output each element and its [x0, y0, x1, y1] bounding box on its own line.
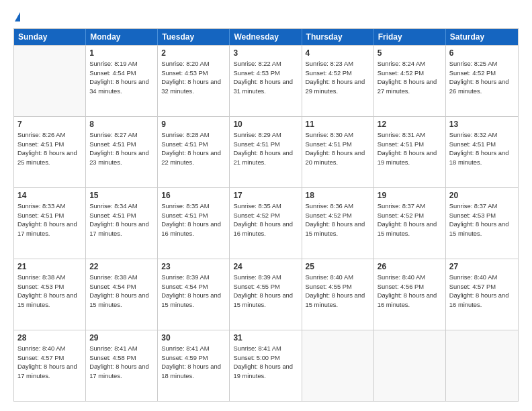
day-number: 17: [233, 191, 298, 200]
sunset-text: Sunset: 4:58 PM: [89, 353, 154, 363]
cal-cell-23: 23Sunrise: 8:39 AMSunset: 4:54 PMDayligh…: [158, 259, 230, 330]
cal-cell-9: 9Sunrise: 8:28 AMSunset: 4:51 PMDaylight…: [158, 117, 230, 187]
sunrise-text: Sunrise: 8:36 AM: [306, 201, 370, 211]
daylight-text: Daylight: 8 hours and 21 minutes.: [233, 148, 298, 167]
sunrise-text: Sunrise: 8:25 AM: [449, 59, 515, 68]
day-number: 2: [161, 48, 226, 58]
day-number: 15: [89, 191, 154, 200]
cal-header-monday: Monday: [86, 29, 158, 45]
daylight-text: Daylight: 8 hours and 15 minutes.: [449, 220, 515, 238]
day-number: 27: [449, 262, 515, 271]
day-number: 25: [306, 262, 370, 271]
sunrise-text: Sunrise: 8:41 AM: [233, 344, 298, 353]
sunset-text: Sunset: 4:54 PM: [89, 282, 154, 291]
daylight-text: Daylight: 8 hours and 15 minutes.: [306, 220, 370, 238]
cal-cell-11: 11Sunrise: 8:30 AMSunset: 4:51 PMDayligh…: [302, 117, 374, 187]
cal-cell-13: 13Sunrise: 8:32 AMSunset: 4:51 PMDayligh…: [446, 117, 518, 187]
cal-cell-24: 24Sunrise: 8:39 AMSunset: 4:55 PMDayligh…: [230, 259, 302, 330]
daylight-text: Daylight: 8 hours and 34 minutes.: [89, 77, 154, 95]
sunrise-text: Sunrise: 8:31 AM: [378, 130, 442, 140]
sunrise-text: Sunrise: 8:39 AM: [233, 273, 298, 282]
sunset-text: Sunset: 4:55 PM: [233, 282, 298, 291]
daylight-text: Daylight: 8 hours and 15 minutes.: [17, 291, 82, 309]
calendar-week-4: 21Sunrise: 8:38 AMSunset: 4:53 PMDayligh…: [14, 259, 518, 330]
day-number: 11: [306, 120, 370, 129]
sunrise-text: Sunrise: 8:26 AM: [17, 130, 82, 140]
day-number: 14: [17, 191, 82, 200]
cal-cell-16: 16Sunrise: 8:35 AMSunset: 4:51 PMDayligh…: [158, 188, 230, 259]
cal-cell-18: 18Sunrise: 8:36 AMSunset: 4:52 PMDayligh…: [302, 188, 374, 259]
sunset-text: Sunset: 4:52 PM: [378, 211, 442, 220]
daylight-text: Daylight: 8 hours and 25 minutes.: [17, 148, 82, 167]
sunrise-text: Sunrise: 8:29 AM: [233, 130, 298, 140]
daylight-text: Daylight: 8 hours and 15 minutes.: [161, 291, 226, 309]
sunrise-text: Sunrise: 8:40 AM: [306, 273, 370, 282]
sunset-text: Sunset: 4:51 PM: [89, 211, 154, 220]
sunset-text: Sunset: 4:51 PM: [89, 140, 154, 149]
sunrise-text: Sunrise: 8:38 AM: [89, 273, 154, 282]
daylight-text: Daylight: 8 hours and 20 minutes.: [306, 148, 370, 167]
cal-header-tuesday: Tuesday: [158, 29, 230, 45]
daylight-text: Daylight: 8 hours and 15 minutes.: [89, 291, 154, 309]
cal-cell-1: 1Sunrise: 8:19 AMSunset: 4:54 PMDaylight…: [86, 46, 158, 116]
cal-cell-7: 7Sunrise: 8:26 AMSunset: 4:51 PMDaylight…: [14, 117, 86, 187]
cal-cell-22: 22Sunrise: 8:38 AMSunset: 4:54 PMDayligh…: [86, 259, 158, 330]
day-number: 12: [378, 120, 442, 129]
sunset-text: Sunset: 4:51 PM: [449, 140, 515, 149]
daylight-text: Daylight: 8 hours and 16 minutes.: [449, 291, 515, 309]
sunrise-text: Sunrise: 8:40 AM: [17, 344, 82, 353]
day-number: 8: [89, 120, 154, 129]
cal-cell-6: 6Sunrise: 8:25 AMSunset: 4:52 PMDaylight…: [446, 46, 518, 116]
sunrise-text: Sunrise: 8:28 AM: [161, 130, 226, 140]
cal-header-thursday: Thursday: [302, 29, 374, 45]
sunrise-text: Sunrise: 8:32 AM: [449, 130, 515, 140]
day-number: 22: [89, 262, 154, 271]
calendar-week-2: 7Sunrise: 8:26 AMSunset: 4:51 PMDaylight…: [14, 116, 518, 187]
sunset-text: Sunset: 4:51 PM: [17, 140, 82, 149]
daylight-text: Daylight: 8 hours and 15 minutes.: [233, 291, 298, 309]
sunset-text: Sunset: 4:54 PM: [89, 68, 154, 78]
cal-cell-empty-6: [446, 330, 518, 401]
day-number: 4: [306, 48, 370, 58]
day-number: 21: [17, 262, 82, 271]
sunset-text: Sunset: 4:51 PM: [306, 140, 370, 149]
cal-cell-21: 21Sunrise: 8:38 AMSunset: 4:53 PMDayligh…: [14, 259, 86, 330]
sunrise-text: Sunrise: 8:40 AM: [449, 273, 515, 282]
daylight-text: Daylight: 8 hours and 17 minutes.: [89, 362, 154, 380]
calendar: SundayMondayTuesdayWednesdayThursdayFrid…: [13, 28, 519, 402]
sunset-text: Sunset: 4:53 PM: [161, 68, 226, 78]
cal-cell-17: 17Sunrise: 8:35 AMSunset: 4:52 PMDayligh…: [230, 188, 302, 259]
daylight-text: Daylight: 8 hours and 16 minutes.: [161, 220, 226, 238]
day-number: 28: [17, 333, 82, 342]
daylight-text: Daylight: 8 hours and 18 minutes.: [449, 148, 515, 167]
sunset-text: Sunset: 4:53 PM: [233, 68, 298, 78]
day-number: 29: [89, 333, 154, 342]
sunrise-text: Sunrise: 8:41 AM: [89, 344, 154, 353]
daylight-text: Daylight: 8 hours and 15 minutes.: [306, 291, 370, 309]
day-number: 23: [161, 262, 226, 271]
cal-cell-empty-0: [14, 46, 86, 116]
cal-cell-31: 31Sunrise: 8:41 AMSunset: 5:00 PMDayligh…: [230, 330, 302, 401]
sunrise-text: Sunrise: 8:35 AM: [161, 201, 226, 211]
sunrise-text: Sunrise: 8:33 AM: [17, 201, 82, 211]
sunset-text: Sunset: 4:52 PM: [306, 68, 370, 78]
sunrise-text: Sunrise: 8:40 AM: [378, 273, 442, 282]
daylight-text: Daylight: 8 hours and 15 minutes.: [378, 220, 442, 238]
day-number: 30: [161, 333, 226, 342]
calendar-header-row: SundayMondayTuesdayWednesdayThursdayFrid…: [14, 29, 518, 45]
day-number: 10: [233, 120, 298, 129]
cal-header-sunday: Sunday: [14, 29, 86, 45]
day-number: 3: [233, 48, 298, 58]
daylight-text: Daylight: 8 hours and 22 minutes.: [161, 148, 226, 167]
daylight-text: Daylight: 8 hours and 17 minutes.: [17, 220, 82, 238]
daylight-text: Daylight: 8 hours and 16 minutes.: [378, 291, 442, 309]
cal-cell-29: 29Sunrise: 8:41 AMSunset: 4:58 PMDayligh…: [86, 330, 158, 401]
logo: [13, 12, 20, 21]
cal-header-wednesday: Wednesday: [230, 29, 302, 45]
header: [13, 12, 519, 21]
day-number: 31: [233, 333, 298, 342]
cal-cell-27: 27Sunrise: 8:40 AMSunset: 4:57 PMDayligh…: [446, 259, 518, 330]
cal-cell-19: 19Sunrise: 8:37 AMSunset: 4:52 PMDayligh…: [374, 188, 446, 259]
sunset-text: Sunset: 4:55 PM: [306, 282, 370, 291]
sunset-text: Sunset: 4:52 PM: [378, 68, 442, 78]
